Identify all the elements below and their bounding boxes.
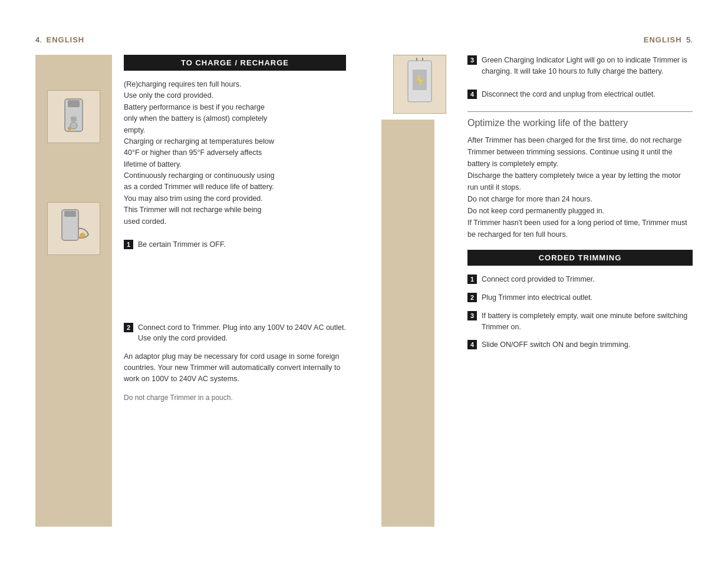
svg-rect-6 xyxy=(64,211,76,217)
corded-step-1-num: 1 xyxy=(467,275,477,284)
trimmer-image-1 xyxy=(47,90,100,143)
corded-step-1: 1 Connect cord provided to Trimmer. xyxy=(467,274,693,285)
corded-step-3-text: If battery is completely empty, wait one… xyxy=(482,310,693,333)
left-beige-sidebar xyxy=(35,55,112,527)
right-lang-label: ENGLISH xyxy=(644,35,682,44)
right-step-4-num: 4 xyxy=(467,90,477,99)
corded-step-4-num: 4 xyxy=(467,340,477,349)
right-image-col xyxy=(381,55,458,527)
optimize-title: Optimize the working life of the battery xyxy=(467,118,693,128)
svg-rect-3 xyxy=(71,117,77,121)
corded-title: CORDED TRIMMING xyxy=(539,253,622,262)
right-page: ENGLISH 5. xyxy=(364,24,728,538)
right-main-text: 3 Green Charging Indicator Light will go… xyxy=(458,55,693,527)
left-page-header: 4. ENGLISH xyxy=(35,35,346,44)
step-2-num: 2 xyxy=(124,323,133,332)
corded-step-2: 2 Plug Trimmer into electrical outlet. xyxy=(467,292,693,303)
left-content-area: TO CHARGE / RECHARGE (Re)charging requir… xyxy=(35,55,346,527)
right-step-3-text: Green Charging Indicator Light will go o… xyxy=(482,55,693,77)
corded-step-3: 3 If battery is completely empty, wait o… xyxy=(467,310,693,333)
charging-svg xyxy=(396,58,443,111)
warning-text: Do not charge Trimmer in a pouch. xyxy=(124,394,346,402)
corded-step-4-text: Slide ON/OFF switch ON and begin trimmin… xyxy=(482,339,630,351)
corded-step-4: 4 Slide ON/OFF switch ON and begin trimm… xyxy=(467,339,693,351)
charge-section-header: TO CHARGE / RECHARGE xyxy=(124,55,346,71)
step-1-item: 1 Be certain Trimmer is OFF. xyxy=(124,239,346,250)
right-step-4-text: Disconnect the cord and unplug from elec… xyxy=(482,89,655,100)
corded-step-1-text: Connect cord provided to Trimmer. xyxy=(482,274,595,285)
corded-section-header: CORDED TRIMMING xyxy=(467,250,693,266)
optimize-text: After Trimmer has been charged for the f… xyxy=(467,134,693,240)
right-page-number: 5. xyxy=(686,35,693,44)
left-page-number: 4. xyxy=(35,35,42,44)
optimize-section: Optimize the working life of the battery… xyxy=(467,111,693,240)
right-page-header: ENGLISH 5. xyxy=(381,35,693,44)
corded-step-2-text: Plug Trimmer into electrical outlet. xyxy=(482,292,592,303)
corded-step-3-num: 3 xyxy=(467,311,477,320)
right-step-3-num: 3 xyxy=(467,55,477,65)
svg-point-7 xyxy=(80,233,85,239)
step-2-item: 2 Connect cord to Trimmer. Plug into any… xyxy=(124,322,346,345)
left-main-text: TO CHARGE / RECHARGE (Re)charging requir… xyxy=(112,55,346,527)
right-content-area: 3 Green Charging Indicator Light will go… xyxy=(381,55,693,527)
left-lang-label: ENGLISH xyxy=(46,35,84,44)
left-page-num: 4. ENGLISH xyxy=(35,35,84,44)
intro-paragraph: (Re)charging requires ten full hours. Us… xyxy=(124,79,346,227)
right-step-3-item: 3 Green Charging Indicator Light will go… xyxy=(467,55,693,77)
svg-rect-1 xyxy=(68,100,80,107)
right-step-4-item: 4 Disconnect the cord and unplug from el… xyxy=(467,89,693,100)
charging-image xyxy=(393,55,446,114)
adaptor-text: An adaptor plug may be necessary for cor… xyxy=(124,351,346,384)
step-1-num: 1 xyxy=(124,240,133,249)
corded-section: CORDED TRIMMING 1 Connect cord provided … xyxy=(467,250,693,351)
trimmer-svg-2 xyxy=(50,205,97,252)
right-page-num: ENGLISH 5. xyxy=(644,35,693,44)
trimmer-svg-1 xyxy=(50,93,97,140)
trimmer-image-2 xyxy=(47,202,100,255)
step-1-text: Be certain Trimmer is OFF. xyxy=(138,239,226,250)
charge-title: TO CHARGE / RECHARGE xyxy=(181,58,289,67)
step-2-text: Connect cord to Trimmer. Plug into any 1… xyxy=(138,322,346,345)
left-page: 4. ENGLISH xyxy=(0,24,364,538)
svg-point-4 xyxy=(68,127,71,130)
corded-step-2-num: 2 xyxy=(467,293,477,302)
